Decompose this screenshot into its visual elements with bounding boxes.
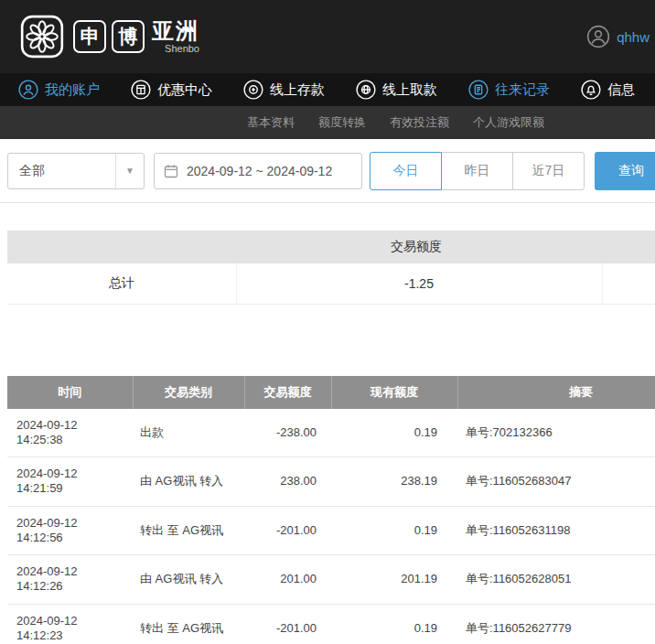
username-text[interactable]: qhhw xyxy=(617,29,650,45)
col-header-type: 交易类别 xyxy=(133,376,244,409)
subnav-item-valid-bets[interactable]: 有效投注额 xyxy=(390,114,449,131)
amount-cell: -201.00 xyxy=(244,604,331,644)
nav-item-promotions[interactable]: 优惠中心 xyxy=(131,80,212,100)
deposit-icon xyxy=(243,80,263,100)
type-select-value: 全部 xyxy=(19,163,45,179)
logo-region-text: 亚洲 xyxy=(152,19,199,42)
nav-item-messages[interactable]: 信息 xyxy=(581,80,635,100)
time-cell: 2024-09-12 14:12:56 xyxy=(7,506,133,555)
time-cell: 2024-09-12 14:12:23 xyxy=(7,604,133,644)
balance-cell: 238.19 xyxy=(331,457,457,507)
transactions-body: 2024-09-12 14:25:38出款-238.000.19单号:70213… xyxy=(7,409,655,644)
memo-cell: 单号:702132366 xyxy=(457,409,655,457)
transactions-table: 时间 交易类别 交易额度 现有额度 摘要 2024-09-12 14:25:38… xyxy=(7,376,655,644)
quick-yesterday-button[interactable]: 昨日 xyxy=(441,152,513,190)
amount-cell: -201.00 xyxy=(244,506,331,555)
subnav-item-basic-info[interactable]: 基本资料 xyxy=(247,114,295,131)
user-avatar-icon xyxy=(586,25,610,48)
amount-cell: -238.00 xyxy=(244,409,331,457)
memo-cell: 单号:116052631198 xyxy=(457,506,655,555)
flower-logo-icon xyxy=(20,15,64,59)
type-cell: 由 AG视讯 转入 xyxy=(133,457,244,507)
transactions-header-row: 时间 交易类别 交易额度 现有额度 摘要 xyxy=(7,376,655,409)
col-header-memo: 摘要 xyxy=(457,376,655,409)
account-menu[interactable]: qhhw xyxy=(586,25,650,48)
time-cell: 2024-09-12 14:21:59 xyxy=(7,457,133,507)
user-icon xyxy=(18,80,38,100)
date-range-input[interactable]: 2024-09-12 ~ 2024-09-12 xyxy=(154,153,362,189)
subnav-item-quota-transfer[interactable]: 额度转换 xyxy=(318,114,366,131)
amount-cell: 238.00 xyxy=(244,457,331,507)
amount-cell: 201.00 xyxy=(244,555,331,605)
balance-cell: 0.19 xyxy=(331,604,457,644)
table-row: 2024-09-12 14:12:23转出 至 AG视讯-201.000.19单… xyxy=(7,604,655,644)
col-header-time: 时间 xyxy=(7,376,133,409)
filter-bar: 全部 ▼ 2024-09-12 ~ 2024-09-12 今日 昨日 近7日 查… xyxy=(0,139,655,203)
nav-item-records[interactable]: 往来记录 xyxy=(468,80,550,100)
subnav-item-game-limits[interactable]: 个人游戏限额 xyxy=(473,114,544,131)
nav-item-online-withdraw[interactable]: 线上取款 xyxy=(356,80,437,100)
col-header-balance: 现有额度 xyxy=(331,376,457,409)
top-header: 申 博 亚洲 Shenbo qhhw xyxy=(0,0,655,73)
col-header-amount: 交易额度 xyxy=(244,376,331,409)
logo-subtitle: Shenbo xyxy=(165,43,199,54)
type-cell: 转出 至 AG视讯 xyxy=(133,604,244,644)
table-row: 2024-09-12 14:12:56转出 至 AG视讯-201.000.19单… xyxy=(7,506,655,555)
summary-row: 总计 -1.25 xyxy=(7,263,655,304)
logo-char-shen: 申 xyxy=(73,20,106,53)
type-cell: 转出 至 AG视讯 xyxy=(133,506,244,555)
quick-today-button[interactable]: 今日 xyxy=(370,152,442,190)
nav-item-my-account[interactable]: 我的账户 xyxy=(18,80,100,100)
bell-icon xyxy=(581,80,601,100)
summary-total-value: -1.25 xyxy=(236,263,602,304)
type-cell: 出款 xyxy=(133,409,244,457)
withdraw-icon xyxy=(356,80,376,100)
calendar-icon xyxy=(164,164,178,178)
summary-table: 交易额度 总计 -1.25 xyxy=(7,231,655,305)
chevron-down-icon: ▼ xyxy=(115,154,144,188)
search-button[interactable]: 查询 xyxy=(595,152,655,190)
table-row: 2024-09-12 14:25:38出款-238.000.19单号:70213… xyxy=(7,409,655,457)
memo-cell: 单号:116052627779 xyxy=(457,604,655,644)
memo-cell: 单号:116052628051 xyxy=(457,555,655,605)
quick-range-group: 今日 昨日 近7日 xyxy=(370,152,585,190)
balance-cell: 0.19 xyxy=(331,409,457,457)
memo-cell: 单号:116052683047 xyxy=(457,457,655,507)
records-subnav: 基本资料 额度转换 有效投注额 个人游戏限额 xyxy=(0,106,655,139)
summary-table-title: 交易额度 xyxy=(7,231,655,263)
table-row: 2024-09-12 14:12:26由 AG视讯 转入201.00201.19… xyxy=(7,555,655,605)
summary-total-label: 总计 xyxy=(7,263,236,304)
records-icon xyxy=(468,80,489,100)
summary-empty-cell xyxy=(602,263,655,304)
site-logo: 申 博 亚洲 Shenbo xyxy=(20,15,199,59)
date-range-value: 2024-09-12 ~ 2024-09-12 xyxy=(187,164,332,178)
logo-char-bo: 博 xyxy=(112,20,145,53)
time-cell: 2024-09-12 14:12:26 xyxy=(7,555,133,605)
table-row: 2024-09-12 14:21:59由 AG视讯 转入238.00238.19… xyxy=(7,457,655,507)
quick-last7days-button[interactable]: 近7日 xyxy=(512,152,585,190)
type-select[interactable]: 全部 ▼ xyxy=(7,153,145,189)
balance-cell: 0.19 xyxy=(331,506,457,555)
promo-icon xyxy=(131,80,151,100)
balance-cell: 201.19 xyxy=(331,555,457,605)
type-cell: 由 AG视讯 转入 xyxy=(133,555,244,605)
main-nav: 我的账户 优惠中心 线上存款 线上取款 往来记录 信息 xyxy=(0,73,655,106)
time-cell: 2024-09-12 14:25:38 xyxy=(7,409,133,457)
nav-item-online-deposit[interactable]: 线上存款 xyxy=(243,80,325,100)
